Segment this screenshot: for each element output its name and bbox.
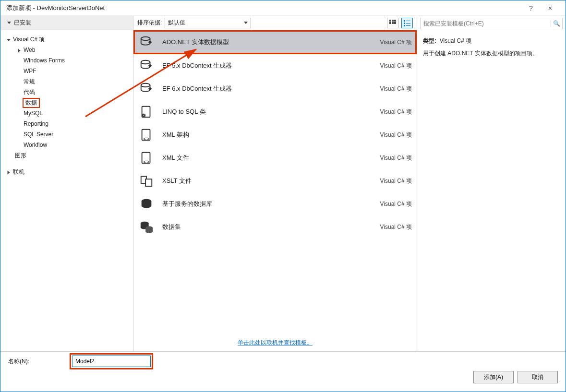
help-button[interactable]: ?: [521, 4, 541, 12]
template-item[interactable]: EF 6.x DbContext 生成器Visual C# 项: [133, 77, 417, 100]
template-category: Visual C# 项: [359, 85, 412, 93]
template-category: Visual C# 项: [359, 108, 412, 116]
svg-rect-5: [394, 22, 396, 24]
template-item[interactable]: <>XML 文件Visual C# 项: [133, 146, 417, 169]
name-label: 名称(N):: [8, 357, 66, 366]
tree-item-winforms[interactable]: Windows Forms: [2, 55, 131, 66]
template-category: Visual C# 项: [359, 154, 412, 162]
svg-rect-4: [392, 22, 394, 24]
svg-rect-10: [404, 25, 405, 26]
tree-item-code[interactable]: 代码: [2, 87, 131, 97]
svg-point-15: [141, 83, 150, 87]
svg-rect-0: [389, 20, 391, 22]
template-category: Visual C# 项: [359, 223, 412, 231]
template-category: Visual C# 项: [359, 177, 412, 185]
tree-item-workflow[interactable]: Workflow: [2, 140, 131, 150]
template-icon: [138, 173, 155, 189]
svg-rect-11: [406, 25, 410, 26]
template-name: XML 架构: [162, 131, 359, 139]
template-category: Visual C# 项: [359, 62, 412, 70]
online-search-link[interactable]: 单击此处以联机并查找模板。: [133, 334, 417, 352]
template-name: EF 6.x DbContext 生成器: [162, 84, 359, 93]
bottom-bar: 名称(N): 添加(A) 取消: [0, 351, 566, 392]
name-input[interactable]: [72, 356, 151, 367]
template-item[interactable]: 数据集Visual C# 项: [133, 215, 417, 238]
template-category: Visual C# 项: [359, 131, 412, 139]
left-panel: 已安装 Visual C# 项 Web Windows Forms WPF 常规…: [0, 16, 133, 352]
tree-item-csharp[interactable]: Visual C# 项: [2, 34, 131, 45]
svg-rect-9: [406, 23, 410, 24]
cancel-button[interactable]: 取消: [518, 371, 558, 383]
tree-item-general[interactable]: 常规: [2, 76, 131, 87]
template-name: LINQ to SQL 类: [162, 107, 359, 116]
template-icon: <>: [138, 127, 155, 143]
template-icon: [138, 58, 155, 74]
template-icon: <>: [138, 150, 155, 166]
collapse-icon: [7, 22, 11, 24]
search-box[interactable]: 🔍: [420, 18, 563, 29]
svg-rect-2: [394, 20, 396, 22]
svg-text:<>: <>: [143, 136, 150, 142]
template-panel: 排序依据: 默认值 ADO.NET 实体数据模型Visual C# 项EF 5.…: [133, 16, 417, 352]
svg-rect-6: [404, 20, 405, 22]
name-highlight: [70, 353, 153, 369]
list-view-button[interactable]: [401, 18, 413, 28]
search-icon[interactable]: 🔍: [551, 20, 562, 27]
template-item[interactable]: 基于服务的数据库Visual C# 项: [133, 192, 417, 215]
template-item[interactable]: XSLT 文件Visual C# 项: [133, 169, 417, 192]
tree-item-web[interactable]: Web: [2, 45, 131, 55]
template-item[interactable]: ADO.NET 实体数据模型Visual C# 项: [133, 30, 417, 54]
svg-point-14: [141, 60, 150, 64]
sort-label: 排序依据:: [137, 19, 162, 27]
template-name: EF 5.x DbContext 生成器: [162, 61, 359, 70]
svg-text:<>: <>: [143, 159, 150, 165]
tree-item-graphics[interactable]: 图形: [2, 150, 131, 161]
svg-rect-7: [406, 21, 410, 21]
template-category: Visual C# 项: [359, 200, 412, 208]
template-list: ADO.NET 实体数据模型Visual C# 项EF 5.x DbContex…: [133, 30, 417, 334]
template-name: XSLT 文件: [162, 177, 359, 185]
tree-item-online[interactable]: 联机: [2, 166, 131, 177]
window-title: 添加新项 - DevMonitorServerDoNet: [6, 4, 521, 12]
sort-select[interactable]: 默认值: [165, 18, 251, 28]
grid-view-button[interactable]: [387, 18, 398, 28]
template-name: 数据集: [162, 223, 359, 231]
template-category: Visual C# 项: [359, 38, 412, 47]
svg-rect-1: [392, 20, 394, 22]
template-icon: [138, 219, 155, 235]
tree-item-mysql[interactable]: MySQL: [2, 108, 131, 119]
template-icon: [138, 104, 155, 120]
close-button[interactable]: ×: [541, 4, 560, 12]
sort-bar: 排序依据: 默认值: [133, 16, 417, 30]
template-detail: 类型: Visual C# 项 用于创建 ADO.NET 实体数据模型的项目项。: [417, 31, 566, 63]
template-icon: [138, 34, 155, 50]
tree-item-sqlserver[interactable]: SQL Server: [2, 129, 131, 140]
template-name: XML 文件: [162, 154, 359, 162]
template-name: ADO.NET 实体数据模型: [162, 38, 359, 47]
template-item[interactable]: <>XML 架构Visual C# 项: [133, 123, 417, 146]
svg-rect-23: [145, 179, 152, 186]
tree-item-data[interactable]: 数据: [2, 97, 131, 108]
category-tree: Visual C# 项 Web Windows Forms WPF 常规 代码 …: [0, 30, 133, 352]
template-item[interactable]: LINQ to SQL 类Visual C# 项: [133, 100, 417, 123]
template-icon: [138, 196, 155, 212]
tab-installed[interactable]: 已安装: [0, 16, 133, 30]
svg-rect-8: [404, 23, 405, 24]
detail-panel: 🔍 类型: Visual C# 项 用于创建 ADO.NET 实体数据模型的项目…: [417, 16, 566, 352]
template-icon: [138, 81, 155, 97]
template-name: 基于服务的数据库: [162, 200, 359, 208]
tree-item-reporting[interactable]: Reporting: [2, 119, 131, 129]
svg-point-13: [141, 37, 150, 41]
tree-item-wpf[interactable]: WPF: [2, 66, 131, 76]
template-item[interactable]: EF 5.x DbContext 生成器Visual C# 项: [133, 54, 417, 77]
add-button[interactable]: 添加(A): [473, 371, 514, 383]
search-input[interactable]: [421, 20, 551, 27]
title-bar: 添加新项 - DevMonitorServerDoNet ? ×: [0, 0, 566, 16]
svg-rect-3: [389, 22, 391, 24]
tab-label: 已安装: [14, 19, 31, 27]
